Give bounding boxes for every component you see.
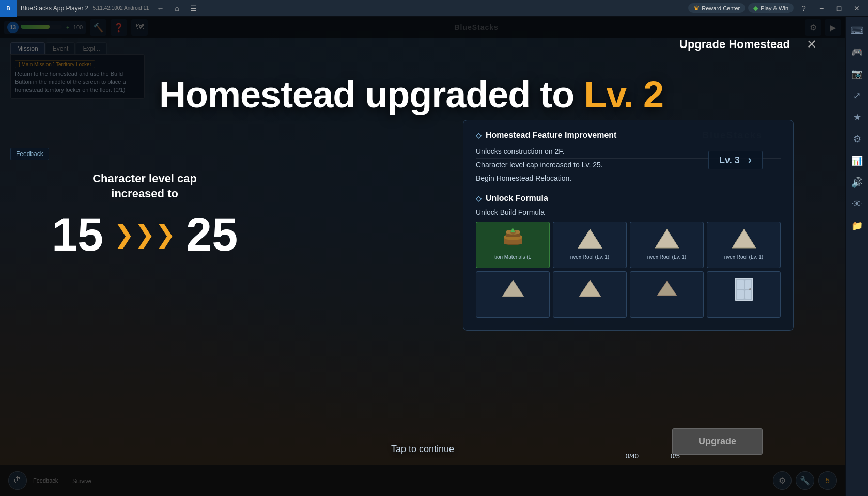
formula-label: Unlock Build Formula	[476, 208, 781, 216]
chevron-3: ❯	[155, 222, 176, 247]
chevron-1: ❯	[114, 222, 134, 247]
roof-svg-2	[654, 227, 680, 251]
roof-r2-svg-3	[654, 277, 680, 301]
help-button[interactable]: ?	[797, 1, 811, 16]
upgrade-base-text: Homestead upgraded to	[159, 74, 574, 115]
close-button[interactable]: ✕	[849, 1, 864, 16]
formula-item-roof-3[interactable]: nvex Roof (Lv. 1)	[707, 222, 781, 268]
sidebar-chart-icon[interactable]: 📊	[848, 151, 866, 170]
formula-item-r2-4-icon	[731, 276, 757, 302]
formula-item-roof-3-icon	[731, 226, 757, 252]
svg-marker-20	[579, 280, 601, 297]
sidebar-volume-icon[interactable]: 🔊	[848, 173, 866, 192]
arrow-chevrons: ❯ ❯ ❯	[114, 222, 176, 247]
formula-item-roof-1-icon	[577, 226, 603, 252]
sidebar-camera-icon[interactable]: 📷	[848, 65, 866, 83]
level-to: 25	[186, 211, 238, 258]
formula-item-roof-1[interactable]: nvex Roof (Lv. 1)	[553, 222, 627, 268]
door-svg	[733, 276, 755, 302]
formula-item-r2-2-icon	[577, 276, 603, 302]
maximize-button[interactable]: □	[832, 1, 846, 16]
formula-item-r2-1-icon	[500, 276, 526, 302]
lv3-arrow-icon: ›	[748, 153, 752, 167]
upgrade-panel-titlebar: Upgrade Homestead ✕	[679, 37, 817, 52]
panel-close-icon[interactable]: ✕	[807, 37, 817, 52]
up-arrow-icon: ▲	[509, 225, 517, 235]
level-cap-line1: Character level capincreased to	[92, 172, 197, 200]
lv3-label: Lv. 3	[719, 155, 740, 166]
formula-item-r2-4-door[interactable]	[707, 271, 781, 318]
formula-grid-row1: ▲ tion Materials (L	[476, 222, 781, 268]
svg-marker-9	[578, 229, 602, 248]
resource-counter-1-value: 0/40	[626, 452, 639, 460]
diamond-icon-2: ◇	[476, 194, 482, 203]
resource-counter-2: 0/5	[671, 452, 680, 460]
sidebar-keyboard-icon[interactable]: ⌨	[848, 21, 866, 40]
formula-roof-2-label: nvex Roof (Lv. 1)	[647, 254, 686, 260]
bookmark-button[interactable]: ☰	[186, 1, 200, 16]
app-version: 5.11.42.1002 Android 11	[92, 5, 149, 11]
sidebar-expand-icon[interactable]: ⤢	[848, 86, 866, 105]
panel-title-text: Upgrade Homestead	[679, 38, 790, 51]
upgrade-button[interactable]: Upgrade	[672, 428, 763, 455]
crown-icon: ♛	[693, 4, 700, 12]
svg-rect-26	[737, 290, 744, 299]
svg-rect-25	[745, 280, 751, 289]
formula-item-roof-2[interactable]: nvex Roof (Lv. 1)	[630, 222, 704, 268]
formula-item-r2-3[interactable]	[630, 271, 704, 318]
formula-grid-row2	[476, 271, 781, 318]
play-win-button[interactable]: ◆ Play & Win	[748, 3, 794, 13]
svg-marker-19	[502, 280, 524, 297]
titlebar-nav: ← ⌂ ☰	[153, 1, 200, 16]
svg-point-28	[749, 288, 751, 290]
level-cap-title: Character level capincreased to	[52, 172, 238, 201]
svg-rect-24	[737, 280, 744, 289]
chevron-2: ❯	[134, 222, 155, 247]
upgrade-level-highlight: Lv. 2	[584, 74, 663, 115]
roof-svg-1	[577, 227, 603, 251]
sidebar-eye-icon[interactable]: 👁	[848, 195, 866, 213]
play-win-label: Play & Win	[761, 5, 788, 11]
level-from: 15	[52, 211, 103, 258]
diamond-icon-1: ◇	[476, 131, 482, 140]
svg-marker-16	[732, 229, 756, 248]
game-area: 13 + 100 🔨 ❓ 🗺 BlueStacks ⚙ ▶	[0, 17, 845, 496]
formula-item-materials[interactable]: ▲ tion Materials (L	[476, 222, 550, 268]
sidebar-star-icon[interactable]: ★	[848, 108, 866, 127]
upgrade-title-text: Homestead upgraded to Lv. 2	[0, 73, 823, 116]
back-button[interactable]: ←	[153, 1, 167, 16]
app-name: BlueStacks App Player 2	[17, 5, 92, 12]
resource-counter-1: 0/40	[626, 452, 639, 460]
reward-center-button[interactable]: ♛ Reward Center	[688, 3, 745, 13]
sidebar-gamepad-icon[interactable]: 🎮	[848, 43, 866, 61]
svg-marker-21	[657, 281, 677, 296]
feedback-label[interactable]: Feedback	[10, 148, 49, 160]
roof-r2-svg-2	[577, 277, 603, 301]
roof-svg-3	[731, 227, 757, 251]
formula-item-r2-3-icon	[654, 276, 680, 302]
svg-rect-27	[745, 290, 751, 299]
minimize-button[interactable]: −	[814, 1, 829, 16]
formula-item-r2-2[interactable]	[553, 271, 627, 318]
level-cap-info: Character level capincreased to 15 ❯ ❯ ❯…	[52, 172, 238, 258]
formula-section-title: ◇ Unlock Formula	[476, 194, 781, 203]
formula-item-r2-1[interactable]	[476, 271, 550, 318]
level-cap-numbers: 15 ❯ ❯ ❯ 25	[52, 211, 238, 258]
next-level-preview[interactable]: Lv. 3 ›	[708, 151, 763, 169]
reward-center-label: Reward Center	[702, 5, 740, 11]
sidebar-folder-icon[interactable]: 📁	[848, 216, 866, 235]
roof-r2-svg-1	[500, 277, 526, 301]
feature-section-label: Homestead Feature Improvement	[486, 131, 616, 140]
formula-materials-label: tion Materials (L	[494, 254, 531, 260]
feature-section-title: ◇ Homestead Feature Improvement	[476, 131, 781, 140]
gem-icon: ◆	[753, 4, 758, 12]
right-sidebar: ⌨ 🎮 📷 ⤢ ★ ⚙ 📊 🔊 👁 📁	[845, 17, 868, 496]
home-button[interactable]: ⌂	[169, 1, 184, 16]
formula-item-roof-2-icon	[654, 226, 680, 252]
tap-continue[interactable]: Tap to continue	[391, 444, 454, 455]
resource-counter-2-value: 0/5	[671, 452, 680, 460]
sidebar-settings-icon[interactable]: ⚙	[848, 130, 866, 148]
app-icon: B	[0, 0, 17, 17]
feature-item-3: Begin Homestead Relocation.	[476, 172, 781, 185]
svg-marker-13	[655, 229, 679, 248]
